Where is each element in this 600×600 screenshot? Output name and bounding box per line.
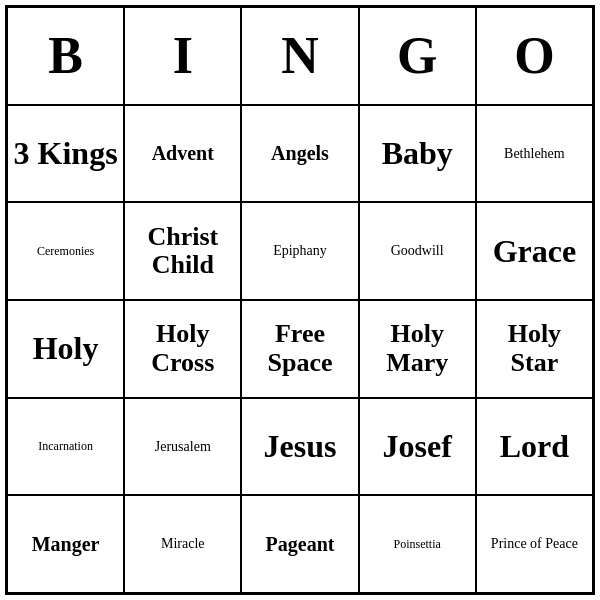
cell-r2-c5: Grace: [476, 202, 593, 300]
bingo-card: B I N G O 3 KingsAdventAngelsBabyBethleh…: [5, 5, 595, 595]
cell-r4-c4: Josef: [359, 398, 476, 496]
cell-r4-c3: Jesus: [241, 398, 358, 496]
cell-r5-c4: Poinsettia: [359, 495, 476, 593]
cell-r3-c1: Holy: [7, 300, 124, 398]
cell-r1-c3: Angels: [241, 105, 358, 203]
cell-r3-c3: Free Space: [241, 300, 358, 398]
cell-r4-c1: Incarnation: [7, 398, 124, 496]
cell-r5-c3: Pageant: [241, 495, 358, 593]
cell-r2-c3: Epiphany: [241, 202, 358, 300]
cell-r2-c1: Ceremonies: [7, 202, 124, 300]
cell-r3-c5: Holy Star: [476, 300, 593, 398]
header-i: I: [124, 7, 241, 105]
cell-r4-c5: Lord: [476, 398, 593, 496]
cell-r1-c1: 3 Kings: [7, 105, 124, 203]
cell-r1-c4: Baby: [359, 105, 476, 203]
header-o: O: [476, 7, 593, 105]
cell-r5-c1: Manger: [7, 495, 124, 593]
cell-r1-c5: Bethlehem: [476, 105, 593, 203]
header-b: B: [7, 7, 124, 105]
cell-r2-c2: Christ Child: [124, 202, 241, 300]
header-g: G: [359, 7, 476, 105]
cell-r5-c2: Miracle: [124, 495, 241, 593]
cell-r3-c2: Holy Cross: [124, 300, 241, 398]
cell-r2-c4: Goodwill: [359, 202, 476, 300]
cell-r3-c4: Holy Mary: [359, 300, 476, 398]
cell-r4-c2: Jerusalem: [124, 398, 241, 496]
header-n: N: [241, 7, 358, 105]
cell-r5-c5: Prince of Peace: [476, 495, 593, 593]
cell-r1-c2: Advent: [124, 105, 241, 203]
